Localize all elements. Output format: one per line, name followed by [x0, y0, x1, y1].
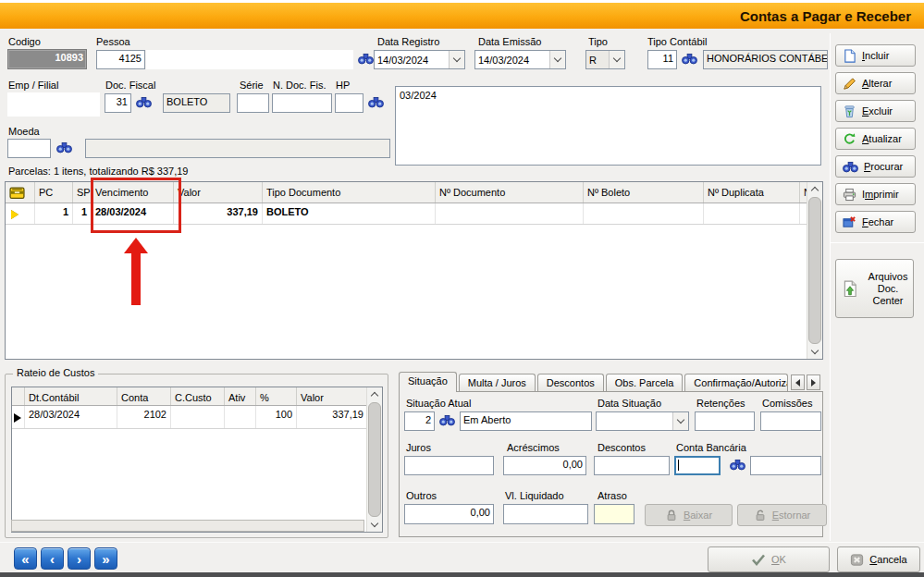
tipo-dropdown-button[interactable]: [609, 51, 624, 68]
excluir-label: Excluir: [862, 105, 893, 117]
rateio-col-pct[interactable]: %: [256, 387, 297, 405]
rateio-grid[interactable]: Dt.Contábil Conta C.Custo Ativ % Valor 2…: [11, 387, 383, 533]
tab-obs-parcela[interactable]: Obs. Parcela: [606, 374, 684, 392]
moeda-search-icon[interactable]: [56, 141, 72, 153]
incluir-label: Incluir: [862, 50, 889, 61]
ok-button[interactable]: OK: [708, 546, 830, 572]
cell-n-boleto: [584, 203, 704, 224]
chevron-down-icon: [554, 55, 561, 62]
pessoa-code-field[interactable]: 4125: [96, 50, 145, 69]
tab-scroll-left-button[interactable]: [791, 374, 805, 390]
parcelas-col-n-boleto[interactable]: Nº Boleto: [584, 182, 704, 203]
printer-icon: [843, 188, 856, 202]
scroll-down-icon[interactable]: [367, 518, 382, 532]
window-bottom-edge: [0, 572, 924, 577]
parcelas-col-tipo-documento[interactable]: Tipo Documento: [263, 182, 436, 203]
situacao-atual-code-field[interactable]: 2: [404, 411, 435, 431]
rateio-col-dt-contabil[interactable]: Dt.Contábil: [25, 387, 117, 405]
comissoes-field[interactable]: [760, 411, 821, 431]
data-emissao-dropdown-button[interactable]: [549, 51, 565, 68]
rateio-col-conta[interactable]: Conta: [117, 387, 171, 405]
imprimir-button[interactable]: Imprimir: [835, 183, 916, 205]
moeda-code-field[interactable]: [7, 139, 51, 158]
rateio-col-ativ[interactable]: Ativ: [225, 387, 256, 405]
doc-fiscal-code-field[interactable]: 31: [105, 93, 131, 113]
rateio-col-c-custo[interactable]: C.Custo: [171, 387, 225, 405]
data-emissao-combobox[interactable]: 14/03/2024: [474, 50, 566, 69]
cancela-button[interactable]: Cancela: [837, 546, 920, 572]
situacao-search-icon[interactable]: [439, 414, 455, 426]
parcelas-col-sp[interactable]: SP: [73, 182, 92, 203]
scrollbar-thumb[interactable]: [808, 197, 821, 344]
parcelas-col-n-duplicata[interactable]: Nº Duplicata: [704, 182, 800, 203]
conta-bancaria-code-field[interactable]: [674, 456, 721, 475]
alterar-button[interactable]: Alterar: [835, 72, 916, 94]
n-doc-fis-field[interactable]: [272, 93, 332, 113]
parcelas-col-pc[interactable]: PC: [35, 182, 73, 203]
data-situacao-dropdown-button[interactable]: [672, 412, 688, 430]
cell-conta: 2102: [117, 406, 171, 428]
cell-pct: 100: [256, 406, 297, 428]
hp-search-icon[interactable]: [368, 96, 384, 108]
scroll-up-icon[interactable]: [807, 182, 822, 196]
tipo-combobox[interactable]: R: [585, 50, 625, 69]
tab-scroll-right-button[interactable]: [807, 374, 820, 390]
incluir-button[interactable]: Incluir: [835, 44, 916, 67]
tipo-contabil-code-field[interactable]: 11: [647, 50, 677, 69]
data-registro-combobox[interactable]: 14/03/2024: [374, 50, 465, 69]
descontos-field[interactable]: [594, 456, 670, 475]
outros-label: Outros: [406, 490, 437, 501]
retencoes-field[interactable]: [695, 411, 755, 431]
historico-memo[interactable]: 03/2024: [395, 86, 821, 166]
rateio-horizontal-scrollbar[interactable]: [11, 520, 364, 532]
table-row[interactable]: 28/03/2024 2102 100 337,19: [12, 406, 366, 429]
tab-confirmacao-autorizacao[interactable]: Confirmação/Autorização: [684, 374, 788, 392]
acrescimos-field[interactable]: 0,00: [503, 456, 586, 475]
descontos-label: Descontos: [598, 442, 646, 453]
atualizar-button[interactable]: Atualizar: [835, 128, 916, 150]
rateio-scrollbar[interactable]: [366, 387, 382, 532]
tipo-label: Tipo: [588, 36, 608, 47]
excluir-button[interactable]: Excluir: [835, 100, 916, 122]
pessoa-search-icon[interactable]: [358, 53, 374, 65]
parcelas-col-n-documento[interactable]: Nº Documento: [436, 182, 584, 203]
doc-fiscal-search-icon[interactable]: [136, 96, 152, 108]
parcelas-col-valor[interactable]: Valor: [174, 182, 263, 203]
scrollbar-thumb[interactable]: [368, 402, 381, 517]
trash-icon: [843, 104, 856, 118]
new-document-icon: [843, 49, 856, 63]
cell-n-documento: [436, 203, 584, 224]
tipo-contabil-search-icon[interactable]: [682, 53, 697, 65]
serie-field[interactable]: [237, 93, 269, 113]
tipo-value: R: [586, 55, 609, 66]
pessoa-name-field: [146, 50, 353, 69]
estornar-button[interactable]: Estornar: [737, 504, 827, 526]
moeda-label: Moeda: [8, 126, 40, 137]
vl-liquidado-label: Vl. Liquidado: [505, 490, 564, 501]
vl-liquidado-field: [503, 504, 588, 524]
rateio-col-valor[interactable]: Valor: [297, 387, 366, 405]
fechar-button[interactable]: Fechar: [835, 211, 916, 233]
parcelas-scrollbar[interactable]: [807, 182, 822, 359]
scroll-down-icon[interactable]: [807, 345, 822, 359]
data-situacao-combobox[interactable]: [596, 411, 689, 431]
tab-multa-juros[interactable]: Multa / Juros: [459, 374, 536, 392]
nav-last-button[interactable]: »: [94, 547, 117, 570]
scroll-up-icon[interactable]: [367, 387, 382, 401]
nav-prev-button[interactable]: ‹: [41, 547, 64, 570]
emp-filial-label: Emp / Filial: [8, 80, 58, 91]
hp-field[interactable]: [335, 93, 363, 113]
tab-situacao[interactable]: Situação: [399, 372, 457, 392]
data-registro-dropdown-button[interactable]: [449, 51, 464, 68]
nav-next-button[interactable]: ›: [68, 547, 91, 570]
emp-filial-field[interactable]: [7, 92, 100, 117]
procurar-button[interactable]: Procurar: [835, 155, 916, 178]
nav-first-button[interactable]: «: [14, 547, 37, 570]
juros-field[interactable]: [404, 456, 494, 475]
baixar-button[interactable]: Baixar: [645, 504, 733, 526]
triangle-right-icon: [811, 379, 816, 387]
outros-field[interactable]: 0,00: [404, 504, 494, 524]
conta-bancaria-search-icon[interactable]: [730, 459, 745, 471]
arquivos-doc-center-button[interactable]: Arquivos Doc. Center: [835, 259, 914, 318]
tab-descontos[interactable]: Descontos: [537, 374, 604, 392]
